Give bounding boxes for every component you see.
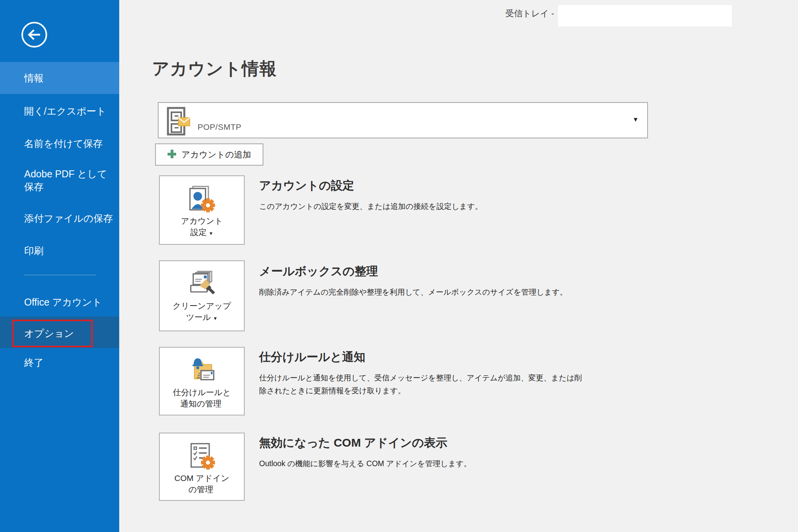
tile-label: クリーンアップ ツール▼ — [173, 300, 231, 324]
section-description: 削除済みアイテムの完全削除や整理を利用して、メールボックスのサイズを管理します。 — [259, 286, 742, 299]
section-heading: メールボックスの整理 — [259, 263, 742, 279]
cleanup-tools-icon — [186, 268, 217, 300]
page-title: アカウント情報 — [152, 57, 277, 80]
sidebar-item-office-account[interactable]: Office アカウント — [0, 295, 119, 309]
window-title-inbox: 受信トレイ - — [505, 8, 554, 19]
section-description: Outlook の機能に影響を与える COM アドインを管理します。 — [259, 457, 742, 470]
account-settings-icon — [186, 183, 217, 215]
sidebar-item-save-attachments[interactable]: 添付ファイルの保存 — [0, 212, 119, 225]
chevron-down-icon: ▼ — [213, 316, 218, 321]
section-description: このアカウントの設定を変更、または追加の接続を設定します。 — [259, 200, 742, 213]
section-heading: 仕分けルールと通知 — [259, 349, 742, 365]
account-type-value: POP/SMTP — [198, 122, 242, 132]
sidebar-item-label: 名前を付けて保存 — [0, 137, 119, 150]
rules-alerts-tile-button[interactable]: 仕分けルールと 通知の管理 — [159, 347, 245, 415]
sidebar-item-label: 開く/エクスポート — [0, 104, 119, 118]
sidebar-item-open-export[interactable]: 開く/エクスポート — [0, 104, 119, 118]
sidebar-item-label: Office アカウント — [0, 295, 119, 309]
rules-alerts-icon — [186, 355, 217, 387]
sidebar-item-save-as[interactable]: 名前を付けて保存 — [0, 137, 119, 150]
tile-label: COM アドイン の管理 — [175, 472, 230, 497]
add-account-button[interactable]: アカウントの追加 — [155, 143, 263, 166]
plus-icon — [167, 149, 177, 160]
sidebar-item-info[interactable]: 情報 — [0, 62, 119, 94]
com-addins-icon — [186, 440, 217, 472]
add-account-label: アカウントの追加 — [181, 149, 251, 161]
sidebar-item-exit[interactable]: 終了 — [0, 356, 119, 369]
tile-label: アカウント 設定▼ — [181, 215, 222, 239]
sidebar-item-label-line2: 保存 — [0, 180, 119, 193]
account-selector-dropdown[interactable]: POP/SMTP ▼ — [158, 102, 648, 138]
com-addins-tile-button[interactable]: COM アドイン の管理 — [159, 433, 245, 501]
sidebar-item-save-as-adobe-pdf[interactable]: Adobe PDF として 保存 — [0, 168, 119, 194]
sidebar-item-label: オプション — [0, 320, 119, 347]
chevron-down-icon: ▼ — [209, 231, 214, 236]
backstage-sidebar: 情報 開く/エクスポート 名前を付けて保存 Adobe PDF として 保存 添… — [0, 0, 119, 532]
cleanup-tools-tile-button[interactable]: クリーンアップ ツール▼ — [159, 260, 245, 331]
tile-label: 仕分けルールと 通知の管理 — [173, 387, 231, 411]
section-description-line2: 除されたときに更新情報を受け取ります。 — [259, 384, 742, 397]
sidebar-divider — [24, 275, 96, 275]
section-heading: 無効になった COM アドインの表示 — [259, 435, 742, 451]
section-account-settings: アカウントの設定 このアカウントの設定を変更、または追加の接続を設定します。 — [259, 178, 742, 213]
section-rules-alerts: 仕分けルールと通知 仕分けルールと通知を使用して、受信メッセージを整理し、アイテ… — [259, 349, 742, 397]
account-info-pane: 受信トレイ - アカウント情報 POP/SMTP ▼ — [119, 0, 798, 532]
section-heading: アカウントの設定 — [259, 178, 742, 194]
sidebar-item-print[interactable]: 印刷 — [0, 244, 119, 257]
section-com-addins: 無効になった COM アドインの表示 Outlook の機能に影響を与える CO… — [259, 435, 742, 470]
sidebar-item-label: Adobe PDF として — [0, 168, 119, 180]
redacted-account-name — [558, 5, 732, 27]
sidebar-item-options[interactable]: オプション — [0, 316, 119, 348]
back-button[interactable] — [21, 21, 48, 48]
sidebar-item-label: 終了 — [0, 356, 119, 369]
sidebar-item-label: 印刷 — [0, 244, 119, 257]
chevron-down-icon: ▼ — [632, 116, 639, 123]
sidebar-item-label: 情報 — [0, 62, 119, 94]
mail-account-icon — [166, 106, 191, 138]
back-arrow-icon — [21, 43, 48, 49]
section-description: 仕分けルールと通知を使用して、受信メッセージを整理し、アイテムが追加、変更、また… — [259, 371, 742, 384]
account-settings-tile-button[interactable]: アカウント 設定▼ — [159, 175, 245, 245]
section-mailbox-cleanup: メールボックスの整理 削除済みアイテムの完全削除や整理を利用して、メールボックス… — [259, 263, 742, 299]
sidebar-item-label: 添付ファイルの保存 — [0, 212, 119, 225]
